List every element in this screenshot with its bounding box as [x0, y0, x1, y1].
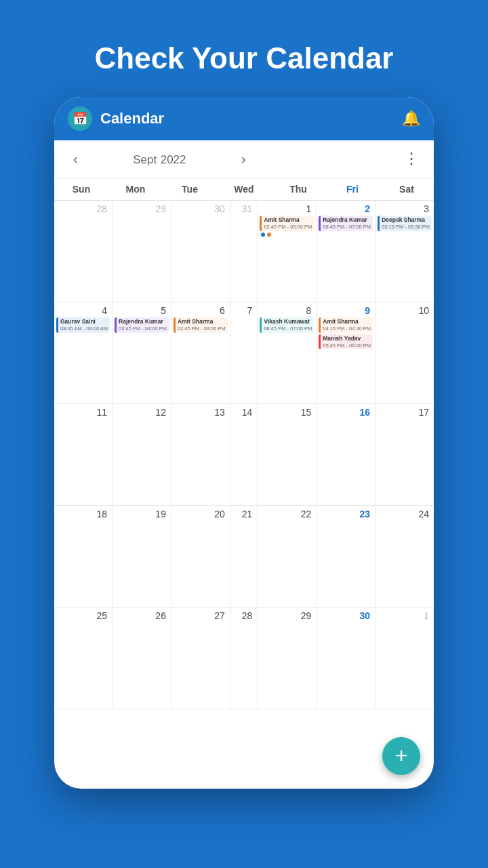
event-name: Vikash Kumawat: [264, 318, 312, 326]
event-item[interactable]: Gaurav Saini08:45 AM - 09:00 AM: [56, 317, 110, 333]
calendar-cell[interactable]: 19: [113, 506, 171, 608]
cell-date-number: 12: [115, 407, 169, 418]
calendar-cell[interactable]: 23: [317, 506, 375, 608]
event-name: Amit Sharma: [323, 318, 371, 326]
cell-date-number: 4: [56, 305, 110, 316]
calendar-cell[interactable]: 2Rajendra Kumar06:45 PM - 07:00 PM: [317, 201, 375, 302]
year-label: 2022: [161, 153, 186, 166]
cell-date-number: 28: [56, 203, 110, 214]
calendar-cell[interactable]: 1Amit Sharma02:45 PM - 03:00 PM: [258, 201, 317, 302]
calendar-cell[interactable]: 30: [317, 608, 375, 709]
cell-date-number: 2: [319, 203, 373, 214]
cell-date-number: 9: [319, 305, 373, 316]
app-title: Calendar: [100, 110, 394, 127]
event-name: Amit Sharma: [264, 216, 312, 224]
cell-date-number: 22: [260, 509, 314, 519]
event-time: 05:45 PM - 06:00 PM: [323, 342, 371, 349]
calendar-cell[interactable]: 31: [230, 201, 258, 302]
event-item[interactable]: Amit Sharma04:15 PM - 04:30 PM: [319, 317, 373, 333]
calendar-cell[interactable]: 1: [375, 608, 434, 709]
calendar-cell[interactable]: 22: [258, 506, 317, 608]
event-name: Amit Sharma: [178, 318, 226, 326]
more-options-button[interactable]: ⋮: [404, 150, 420, 167]
prev-month-button[interactable]: ‹: [68, 149, 83, 170]
cell-date-number: 24: [378, 509, 432, 519]
month-label: Sept: [133, 153, 157, 166]
event-item[interactable]: Rajendra Kumar06:45 PM - 07:00 PM: [319, 216, 373, 231]
calendar-cell[interactable]: 17: [375, 404, 434, 506]
calendar-cell[interactable]: 7: [230, 302, 258, 404]
cell-date-number: 25: [56, 610, 110, 621]
cell-date-number: 1: [260, 203, 314, 214]
calendar-cell[interactable]: 15: [258, 404, 317, 506]
event-item[interactable]: Amit Sharma02:45 PM - 03:00 PM: [174, 317, 228, 333]
event-name: Rajendra Kumar: [119, 318, 167, 326]
calendar-cell[interactable]: 8Vikash Kumawat06:45 PM - 07:00 PM: [258, 302, 317, 404]
calendar-cell[interactable]: 10: [375, 302, 434, 404]
cell-date-number: 10: [378, 305, 432, 316]
event-name: Gaurav Saini: [60, 318, 108, 326]
calendar-cell[interactable]: 26: [113, 608, 171, 709]
cell-date-number: 1: [378, 610, 432, 621]
event-item[interactable]: Amit Sharma02:45 PM - 03:00 PM: [260, 216, 314, 231]
event-item[interactable]: Manish Yadav05:45 PM - 06:00 PM: [319, 334, 373, 350]
calendar-cell[interactable]: 27: [171, 608, 230, 709]
calendar-cell[interactable]: 6Amit Sharma02:45 PM - 03:00 PM: [171, 302, 230, 404]
cell-date-number: 17: [378, 407, 432, 418]
calendar-cell[interactable]: 24: [375, 506, 434, 608]
cell-date-number: 6: [174, 305, 228, 316]
event-item[interactable]: Rajendra Kumar03:45 PM - 04:00 PM: [115, 317, 169, 333]
cell-date-number: 27: [174, 610, 228, 621]
event-time: 03:15 PM - 03:30 PM: [382, 224, 430, 231]
event-dots: [260, 233, 314, 237]
cell-date-number: 18: [56, 509, 110, 519]
calendar-cell[interactable]: 25: [54, 608, 113, 709]
calendar-cell[interactable]: 30: [171, 201, 230, 302]
event-item[interactable]: Vikash Kumawat06:45 PM - 07:00 PM: [260, 317, 314, 333]
calendar-cell[interactable]: 14: [230, 404, 258, 506]
calendar-cell[interactable]: 5Rajendra Kumar03:45 PM - 04:00 PM: [113, 302, 171, 404]
calendar-cell[interactable]: 28: [230, 608, 258, 709]
day-header-tue: Tue: [163, 178, 217, 200]
cell-date-number: 16: [319, 407, 373, 418]
cell-date-number: 30: [319, 610, 373, 621]
calendar-cell[interactable]: 9Amit Sharma04:15 PM - 04:30 PMManish Ya…: [317, 302, 375, 404]
hero-section: Check Your Calendar: [0, 0, 488, 97]
event-time: 02:45 PM - 03:00 PM: [178, 326, 226, 332]
phone-frame: 📅 Calendar 🔔 ‹ Sept 2022 › ⋮ Sun Mon Tue…: [54, 97, 434, 789]
calendar-cell[interactable]: 12: [113, 404, 171, 506]
calendar-cell[interactable]: 18: [54, 506, 113, 608]
event-item[interactable]: Deepak Sharma03:15 PM - 03:30 PM: [378, 216, 432, 231]
month-year-title: Sept 2022: [83, 151, 236, 167]
next-month-button[interactable]: ›: [236, 149, 251, 170]
bell-icon[interactable]: 🔔: [402, 110, 420, 127]
event-time: 04:15 PM - 04:30 PM: [323, 326, 371, 332]
calendar-cell[interactable]: 16: [317, 404, 375, 506]
cell-date-number: 29: [260, 610, 314, 621]
cell-date-number: 29: [115, 203, 169, 214]
app-logo-icon: 📅: [68, 106, 92, 131]
event-name: Deepak Sharma: [382, 216, 430, 224]
calendar-cell[interactable]: 28: [54, 201, 113, 302]
cell-date-number: 23: [319, 509, 373, 519]
cell-date-number: 19: [115, 509, 169, 519]
cell-date-number: 28: [232, 610, 256, 621]
calendar-cell[interactable]: 11: [54, 404, 113, 506]
calendar-cell[interactable]: 20: [171, 506, 230, 608]
cell-date-number: 30: [174, 203, 228, 214]
add-event-fab[interactable]: +: [382, 737, 420, 775]
day-header-thu: Thu: [271, 178, 325, 200]
cell-date-number: 3: [378, 203, 432, 214]
calendar-cell[interactable]: 29: [113, 201, 171, 302]
cell-date-number: 7: [232, 305, 256, 316]
calendar-cell[interactable]: 4Gaurav Saini08:45 AM - 09:00 AM: [54, 302, 113, 404]
calendar-cell[interactable]: 29: [258, 608, 317, 709]
calendar-cell[interactable]: 13: [171, 404, 230, 506]
calendar-cell[interactable]: 21: [230, 506, 258, 608]
calendar-cell[interactable]: 3Deepak Sharma03:15 PM - 03:30 PM: [375, 201, 434, 302]
event-time: 02:45 PM - 03:00 PM: [264, 224, 312, 231]
svg-text:📅: 📅: [73, 111, 88, 126]
event-dot: [261, 233, 265, 237]
day-header-sat: Sat: [380, 178, 434, 200]
day-headers: Sun Mon Tue Wed Thu Fri Sat: [54, 178, 434, 201]
